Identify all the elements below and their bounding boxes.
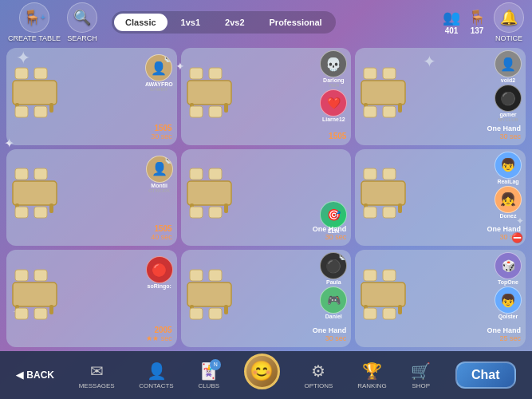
options-icon: ⚙ bbox=[311, 361, 325, 381]
table-row[interactable]: 👤 💀 Montii GTWORK 1505 40 sec bbox=[6, 149, 177, 247]
nav-shop[interactable]: 🛒 SHOP bbox=[411, 361, 431, 389]
players-t4: 👤 💀 Montii GTWORK bbox=[146, 156, 173, 193]
timer-t4: 40 sec bbox=[151, 233, 172, 241]
table-row[interactable]: 🎯 ELix One Hand 30 sec bbox=[181, 149, 352, 247]
tab-group: Classic 1vs1 2vs2 Professional bbox=[112, 11, 336, 34]
clubs-icon-wrap: 🃏 N bbox=[199, 361, 219, 381]
players-t8: ⚫ 💀 Paula 🎮 Daniel bbox=[320, 252, 347, 319]
avatar-soringo: 🔴 bbox=[146, 256, 173, 283]
table-furniture-5 bbox=[183, 168, 243, 223]
table-row[interactable]: 🎲 TopOne 👦 Qolster One Hand 25 sec bbox=[355, 250, 526, 347]
timer-t1: 30 sec bbox=[151, 132, 172, 140]
svg-rect-32 bbox=[224, 204, 228, 214]
points-t7: 2005 bbox=[146, 326, 172, 334]
timer-t5: 30 sec bbox=[313, 233, 347, 241]
timer-t8: 30 sec bbox=[313, 334, 347, 342]
avatar-awayfro: 👤 💀 bbox=[145, 54, 172, 81]
player-sub: GTWORK bbox=[148, 188, 170, 193]
players-t6: 👦 RealLag 👧 Donez bbox=[495, 152, 522, 219]
tab-professional[interactable]: Professional bbox=[258, 14, 333, 31]
tab-classic[interactable]: Classic bbox=[114, 14, 167, 31]
nav-contacts[interactable]: 👤 CONTACTS bbox=[139, 361, 173, 389]
profile-avatar: 😊 bbox=[244, 354, 280, 389]
player-name: void2 bbox=[501, 77, 515, 83]
table-furniture-7 bbox=[9, 268, 69, 323]
table-row[interactable]: ⚫ 💀 Paula 🎮 Daniel One Hand 30 sec bbox=[181, 250, 352, 347]
table-furniture-2 bbox=[183, 66, 243, 121]
points-t4: 1505 bbox=[151, 224, 172, 233]
notice-button[interactable]: 🔔 NOTICE bbox=[494, 2, 524, 42]
svg-rect-15 bbox=[383, 68, 396, 79]
chat-button[interactable]: Chat bbox=[455, 361, 516, 389]
svg-rect-46 bbox=[49, 305, 53, 314]
svg-rect-2 bbox=[13, 81, 57, 105]
messages-icon: ✉ bbox=[90, 361, 104, 381]
back-button[interactable]: ◀ BACK bbox=[16, 369, 54, 381]
nav-profile[interactable]: 😊 bbox=[244, 361, 280, 389]
handtype-t9: One Hand bbox=[487, 326, 521, 334]
avatar-void2: 👤 bbox=[495, 50, 522, 77]
table-row[interactable]: 👦 RealLag 👧 Donez One Hand 30 sec ⛔ bbox=[355, 149, 526, 247]
svg-rect-61 bbox=[364, 308, 376, 319]
svg-rect-16 bbox=[361, 81, 405, 105]
svg-rect-12 bbox=[190, 106, 203, 117]
svg-rect-39 bbox=[398, 204, 402, 214]
ranking-icon: 🏆 bbox=[362, 361, 382, 381]
player-counter: 👥 401 bbox=[443, 9, 460, 35]
nav-clubs[interactable]: 🃏 N CLUBS bbox=[198, 361, 219, 389]
svg-rect-34 bbox=[209, 207, 222, 219]
svg-rect-20 bbox=[383, 106, 396, 117]
svg-rect-56 bbox=[364, 270, 376, 281]
card-info-t5: One Hand 30 sec bbox=[313, 225, 347, 241]
svg-rect-50 bbox=[209, 270, 222, 281]
svg-rect-1 bbox=[34, 68, 47, 79]
avatar-topone: 🎲 bbox=[495, 252, 522, 279]
tab-2vs2[interactable]: 2vs2 bbox=[214, 14, 255, 31]
players-t7: 🔴 soRingo: bbox=[146, 256, 173, 289]
svg-rect-44 bbox=[13, 282, 57, 306]
player-name: Qolster bbox=[499, 314, 518, 319]
player-sub: MYCLUB bbox=[498, 117, 518, 122]
handtype-t8: One Hand bbox=[313, 326, 347, 334]
players-t2: 💀 Darlong 7924 ❤️ Liarne12 bbox=[320, 50, 347, 122]
svg-rect-26 bbox=[15, 207, 28, 219]
table-row[interactable]: 👤 💀 AWAYFRO GAMBIT 1505 30 sec bbox=[6, 48, 177, 145]
player-name: Daniel bbox=[325, 314, 342, 319]
top-bar: 🪑+ CREATE TABLE 🔍 SEARCH Classic 1vs1 2v… bbox=[0, 0, 532, 44]
svg-rect-25 bbox=[49, 204, 53, 214]
svg-rect-49 bbox=[190, 270, 203, 281]
search-button[interactable]: 🔍 SEARCH bbox=[67, 2, 97, 42]
create-table-button[interactable]: 🪑+ CREATE TABLE bbox=[8, 2, 61, 42]
avatar-paula: ⚫ 💀 bbox=[320, 252, 347, 279]
points-t1: 1505 bbox=[151, 124, 172, 132]
nav-messages[interactable]: ✉ MESSAGES bbox=[79, 361, 115, 389]
table-row[interactable]: 🔴 soRingo: 2005 ★★ sec bbox=[6, 250, 177, 347]
svg-rect-9 bbox=[187, 81, 231, 105]
card-info-t4: 1505 40 sec bbox=[151, 224, 172, 241]
handtype-t5: One Hand bbox=[313, 225, 347, 233]
back-arrow-icon: ◀ bbox=[16, 369, 23, 381]
nav-ranking[interactable]: 🏆 RANKING bbox=[357, 361, 386, 389]
svg-rect-48 bbox=[34, 308, 47, 319]
svg-rect-37 bbox=[361, 182, 405, 206]
svg-rect-53 bbox=[224, 305, 228, 314]
player-sub: GAMBIT bbox=[150, 87, 168, 92]
table-row[interactable]: 💀 Darlong 7924 ❤️ Liarne12 1505 bbox=[181, 48, 352, 145]
svg-rect-30 bbox=[187, 182, 231, 206]
clubs-badge: N bbox=[210, 359, 221, 370]
table-row[interactable]: 👤 void2 ⚫ gamer MYCLUB One Hand 30 sec bbox=[355, 48, 526, 145]
players-icon: 👥 bbox=[443, 9, 460, 26]
svg-rect-23 bbox=[13, 182, 57, 206]
timer-t3: 30 sec bbox=[487, 132, 521, 140]
svg-rect-29 bbox=[209, 169, 222, 180]
skull-icon: 💀 bbox=[164, 156, 173, 164]
svg-rect-27 bbox=[34, 207, 47, 219]
nav-options[interactable]: ⚙ OPTIONS bbox=[304, 361, 333, 389]
no-entry-icon: ⛔ bbox=[511, 232, 523, 243]
tab-1vs1[interactable]: 1vs1 bbox=[170, 14, 211, 31]
skull-icon: 💀 bbox=[338, 252, 347, 260]
avatar-gamer: ⚫ bbox=[495, 85, 522, 112]
player-name: Paula bbox=[326, 279, 341, 285]
player-name: TopOne bbox=[498, 279, 518, 285]
svg-rect-0 bbox=[15, 68, 28, 79]
